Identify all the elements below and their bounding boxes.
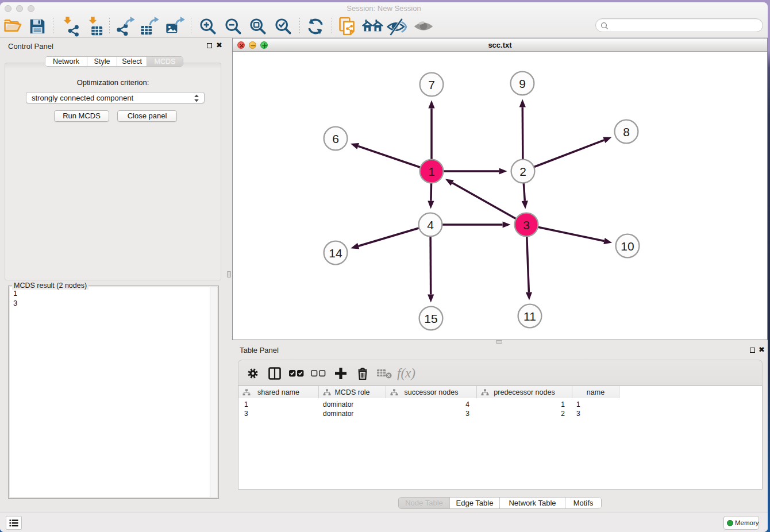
zoom-in-icon [198,17,218,36]
control-panel-close-icon[interactable]: ✖ [216,43,222,48]
tab-motifs[interactable]: Motifs [565,498,601,508]
export-image-button[interactable] [165,17,186,36]
toolbar-separator [191,18,191,34]
optimization-criterion-select[interactable]: strongly connected component [26,92,205,103]
tab-network-table[interactable]: Network Table [499,498,565,508]
table-panel-float-icon[interactable] [750,348,755,353]
mcds-result-item: 1 [13,288,17,298]
table-cell: 2 [477,409,572,418]
edge-arrowhead [428,295,434,303]
duplicate-network-button[interactable] [337,17,358,36]
column-header-predecessor-nodes[interactable]: predecessor nodes [477,386,572,398]
optimization-criterion-value: strongly connected component [32,94,133,102]
toolbar-separator [332,18,332,34]
open-folder-button[interactable] [2,17,23,36]
column-header-MCDS-role[interactable]: MCDS role [319,386,386,398]
save-icon [28,17,47,36]
add-column-icon [333,366,348,381]
table-cell: 3 [238,409,319,418]
table-cell: 1 [477,400,572,409]
tab-node-table[interactable]: Node Table [399,498,449,508]
list-icon [9,519,18,527]
memory-status-icon [727,520,733,526]
edge-arrowhead [522,201,528,209]
clear-checks-button[interactable] [309,364,328,383]
edge-2-8[interactable] [523,140,604,171]
graph-node-label: 2 [519,165,526,178]
save-button[interactable] [27,17,48,36]
tab-style[interactable]: Style [87,57,117,66]
edge-arrowhead [603,238,612,244]
table-row[interactable]: 1dominator411 [238,400,762,409]
search-input[interactable] [611,20,757,30]
horizontal-splitter-handle[interactable] [496,340,502,344]
panel-list-button[interactable] [6,516,22,530]
import-table-button[interactable] [85,17,106,36]
graph-node-label: 3 [523,218,530,232]
tab-edge-table[interactable]: Edge Table [449,498,499,508]
refresh-button[interactable] [305,17,326,36]
export-network-button[interactable] [116,17,136,36]
delete-table-icon [376,367,393,380]
export-table-button[interactable] [140,17,160,36]
edge-arrowhead [503,221,511,228]
zoom-selected-button[interactable] [273,17,294,36]
vertical-splitter-handle[interactable] [227,271,231,277]
table-row[interactable]: 3dominator323 [238,409,762,418]
search-icon [600,22,609,30]
select-all-checks-button[interactable] [287,364,306,383]
column-header-name[interactable]: name [572,386,619,398]
home-houses-button[interactable] [363,17,383,36]
function-fx-icon: f(x) [397,366,415,381]
edge-arrowhead [519,99,526,107]
run-mcds-button[interactable]: Run MCDS [54,110,109,122]
tab-select[interactable]: Select [117,57,147,66]
memory-button[interactable]: Memory [723,516,759,530]
mcds-result-title: MCDS result (2 nodes) [12,282,88,290]
control-panel-float-icon[interactable] [207,43,212,48]
edge-3-1[interactable] [452,183,526,225]
zoom-fit-button[interactable] [248,17,268,36]
table-panel-title: Table Panel [240,346,279,354]
split-columns-icon [267,366,282,381]
edge-arrowhead [445,179,454,186]
control-panel: Control Panel ✖ Optimization criterion: … [0,38,226,512]
column-header-successor-nodes[interactable]: successor nodes [386,386,477,398]
toolbar-separator [109,18,110,34]
refresh-icon [305,17,326,36]
mcds-result-area[interactable]: 13 [10,287,217,497]
tab-network[interactable]: Network [45,57,87,66]
table-cell: 3 [572,409,619,418]
split-columns-button[interactable] [265,364,284,383]
network-view-window: scc.txt 1234678910111415 [232,38,768,340]
graph-node-label: 8 [623,125,630,138]
window-titlebar: Session: New Session [0,2,768,15]
zoom-out-button[interactable] [223,17,244,36]
column-header-shared-name[interactable]: shared name [238,386,319,398]
mcds-result-list: 13 [13,288,17,308]
table-panel-tabs: Node TableEdge TableNetwork TableMotifs [398,497,602,509]
network-window-titlebar[interactable]: scc.txt [233,38,767,52]
table-cell: 3 [386,409,477,418]
shared-column-icon [481,389,489,396]
shared-column-icon [390,389,398,396]
export-image-icon [164,16,186,37]
network-canvas[interactable]: 1234678910111415 [233,52,767,340]
zoom-in-button[interactable] [198,17,218,36]
tab-mcds[interactable]: MCDS [147,57,183,66]
delete-trash-icon [355,366,370,381]
delete-trash-button[interactable] [353,364,372,383]
result-scrollbar-track[interactable] [210,287,217,497]
hide-selected-eye-button[interactable] [387,17,407,36]
add-column-button[interactable] [331,364,351,383]
table-panel-close-icon[interactable]: ✖ [759,347,765,353]
close-panel-button[interactable]: Close panel [117,110,177,122]
graph-node-label: 10 [621,240,634,253]
graph-node-label: 7 [428,78,435,91]
import-network-icon [60,16,80,37]
settings-gear-button[interactable] [243,364,263,383]
import-network-button[interactable] [60,17,80,36]
home-houses-icon [361,17,384,36]
export-table-icon [139,16,161,37]
shared-column-icon [242,389,251,396]
